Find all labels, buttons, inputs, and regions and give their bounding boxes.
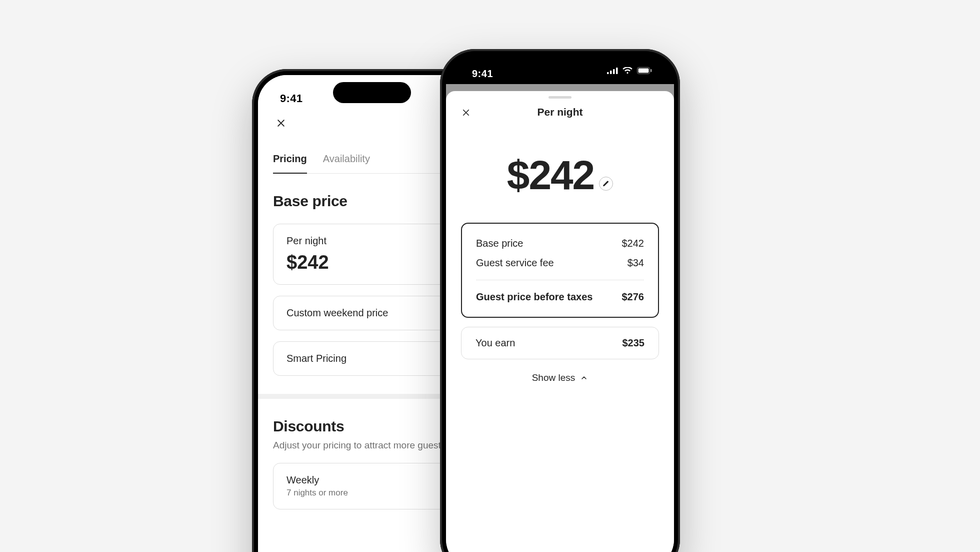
phone-per-night-detail: 9:41 Per night — [440, 49, 680, 552]
you-earn-label: You earn — [476, 337, 515, 349]
close-icon — [462, 108, 470, 117]
breakdown-base-value: $242 — [622, 238, 644, 249]
close-button[interactable] — [459, 106, 473, 120]
svg-rect-6 — [613, 69, 615, 74]
you-earn-card: You earn $235 — [461, 327, 659, 359]
breakdown-total-label: Guest price before taxes — [476, 291, 592, 303]
phone-per-night-screen: 9:41 Per night — [446, 55, 674, 552]
notch — [510, 55, 610, 73]
pencil-icon — [602, 180, 610, 187]
hero-price: $242 — [446, 155, 674, 196]
tab-pricing[interactable]: Pricing — [273, 153, 307, 174]
breakdown-row-fee: Guest service fee $34 — [476, 254, 644, 272]
breakdown-row-total: Guest price before taxes $276 — [476, 288, 644, 306]
chevron-up-icon — [580, 374, 588, 382]
per-night-label: Per night — [286, 235, 458, 247]
sheet-title: Per night — [537, 106, 582, 118]
price-breakdown-card: Base price $242 Guest service fee $34 Gu… — [461, 223, 659, 318]
breakdown-fee-value: $34 — [628, 257, 644, 269]
close-icon — [276, 118, 286, 128]
svg-rect-7 — [616, 68, 618, 74]
edit-price-button[interactable] — [599, 177, 613, 191]
wifi-icon — [622, 67, 632, 74]
per-night-sheet: Per night $242 Base price $242 Guest ser… — [446, 91, 674, 552]
weekly-sublabel: 7 nights or more — [286, 488, 458, 498]
tab-availability[interactable]: Availability — [323, 153, 370, 173]
svg-rect-9 — [638, 69, 649, 73]
show-less-label: Show less — [532, 372, 576, 383]
show-less-button[interactable]: Show less — [446, 372, 674, 383]
breakdown-base-label: Base price — [476, 238, 524, 249]
smart-pricing-label: Smart Pricing — [286, 353, 458, 364]
breakdown-fee-label: Guest service fee — [476, 257, 554, 269]
svg-rect-4 — [607, 72, 609, 74]
breakdown-total-value: $276 — [622, 291, 644, 303]
custom-weekend-label: Custom weekend price — [286, 307, 458, 319]
svg-rect-10 — [650, 69, 652, 72]
per-night-amount: $242 — [286, 252, 458, 273]
battery-icon — [637, 67, 652, 74]
status-time: 9:41 — [472, 68, 493, 80]
breakdown-divider — [476, 280, 644, 280]
svg-rect-5 — [610, 71, 612, 74]
weekly-label: Weekly — [286, 474, 458, 486]
dynamic-island — [333, 82, 411, 103]
close-button[interactable] — [273, 115, 289, 131]
breakdown-row-base: Base price $242 — [476, 235, 644, 252]
status-time: 9:41 — [280, 92, 302, 105]
hero-price-amount: $242 — [507, 155, 594, 196]
cellular-icon — [607, 67, 618, 74]
you-earn-value: $235 — [622, 337, 645, 349]
status-indicators — [607, 67, 652, 74]
